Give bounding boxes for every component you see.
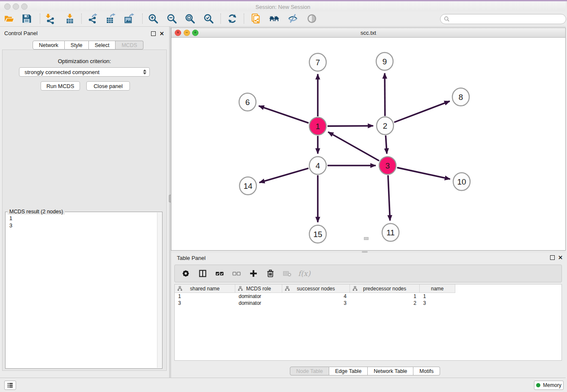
cell-successor-nodes[interactable]: 3 (282, 300, 350, 306)
delete-table-button-disabled[interactable] (282, 268, 292, 279)
column-header-shared-name[interactable]: shared name (175, 284, 235, 293)
refresh-view-button[interactable] (225, 12, 239, 25)
tab-network[interactable]: Network (33, 41, 65, 50)
table-settings-button[interactable] (181, 268, 191, 279)
table-panel-close-button[interactable]: ✕ (558, 255, 563, 260)
tab-style[interactable]: Style (65, 41, 89, 50)
zoom-fit-button[interactable] (183, 12, 197, 25)
open-file-button[interactable] (2, 12, 17, 25)
task-history-button[interactable] (4, 381, 16, 390)
graph-node-7[interactable]: 7 (309, 53, 326, 71)
cell-predecessor-nodes[interactable]: 1 (350, 293, 420, 300)
svg-text:6: 6 (245, 98, 250, 107)
memory-button[interactable]: Memory (534, 381, 564, 390)
column-header-successor-nodes[interactable]: successor nodes (282, 284, 350, 293)
first-neighbors-button[interactable] (267, 12, 281, 25)
memory-label: Memory (543, 382, 561, 388)
zoom-selected-button[interactable] (201, 12, 216, 25)
network-canvas[interactable]: 7968124314101511 (171, 38, 565, 250)
open-folder-icon (4, 13, 15, 24)
hide-selected-button[interactable] (286, 12, 300, 25)
zoom-out-button[interactable] (165, 12, 179, 25)
delete-table-icon (283, 269, 292, 278)
criterion-dropdown[interactable]: strongly connected component (19, 67, 150, 77)
save-icon (21, 13, 32, 24)
cell-predecessor-nodes[interactable]: 2 (350, 300, 420, 306)
graph-node-14[interactable]: 14 (239, 177, 256, 195)
edge-4-14[interactable] (259, 168, 308, 182)
close-panel-button[interactable]: Close panel (86, 81, 130, 91)
cell-name[interactable]: 1 (420, 293, 455, 300)
table-panel-title: Table Panel (177, 255, 206, 261)
svg-text:3: 3 (385, 161, 390, 170)
create-column-button[interactable] (248, 268, 259, 279)
cell-shared-name[interactable]: 3 (175, 300, 235, 306)
table-row[interactable]: 1 dominator 4 1 1 (175, 293, 561, 300)
graph-node-1[interactable]: 1 (309, 117, 326, 135)
graph-node-2[interactable]: 2 (377, 117, 394, 135)
cell-mcds-role[interactable]: dominator (235, 300, 282, 306)
canvas-resize-handle[interactable] (364, 237, 369, 240)
export-table-button[interactable] (103, 12, 118, 25)
edge-3-1[interactable] (328, 132, 379, 161)
column-header-mcds-role[interactable]: MCDS role (235, 284, 282, 293)
edge-3-11[interactable] (388, 175, 390, 221)
table-row[interactable]: 3 dominator 3 2 3 (175, 300, 561, 306)
table-panel-float-button[interactable] (550, 255, 555, 260)
export-image-button[interactable] (122, 12, 136, 25)
edge-3-10[interactable] (397, 168, 450, 179)
network-window-title: scc.txt (171, 30, 565, 36)
deselect-all-rows-button[interactable] (231, 268, 242, 279)
import-network-button[interactable] (42, 12, 57, 25)
delete-column-button[interactable] (265, 268, 275, 279)
new-network-from-selection-button[interactable] (249, 12, 263, 25)
result-scrollbar[interactable] (157, 213, 162, 368)
function-builder-button-disabled[interactable]: f(x) (299, 268, 309, 279)
show-all-button[interactable] (305, 12, 319, 25)
edge-1-2[interactable] (328, 126, 373, 126)
new-network-from-selection-icon (250, 13, 261, 24)
graph-node-15[interactable]: 15 (309, 225, 326, 243)
zoom-out-icon (166, 13, 177, 24)
graph-node-11[interactable]: 11 (382, 224, 399, 241)
export-image-icon (124, 13, 135, 24)
import-table-button[interactable] (63, 12, 77, 25)
graph-node-4[interactable]: 4 (309, 157, 326, 174)
tab-edge-table[interactable]: Edge Table (329, 367, 368, 375)
cell-shared-name[interactable]: 1 (175, 293, 235, 300)
control-panel-float-button[interactable] (151, 31, 156, 36)
graph-node-3[interactable]: 3 (379, 157, 396, 174)
graph-node-6[interactable]: 6 (239, 93, 256, 111)
show-columns-button[interactable] (198, 268, 208, 279)
edge-2-9[interactable] (385, 73, 385, 116)
tab-select[interactable]: Select (89, 41, 116, 50)
graph-node-10[interactable]: 10 (453, 173, 470, 190)
svg-text:15: 15 (313, 230, 322, 239)
edge-1-6[interactable] (259, 106, 308, 123)
graph-node-8[interactable]: 8 (452, 88, 469, 106)
tab-motifs[interactable]: Motifs (413, 367, 440, 375)
edge-2-3[interactable] (385, 135, 387, 154)
column-header-name[interactable]: name (420, 284, 455, 293)
cell-mcds-role[interactable]: dominator (235, 293, 282, 300)
tab-mcds[interactable]: MCDS (116, 41, 143, 50)
search-field[interactable] (440, 14, 566, 24)
export-network-button[interactable] (85, 12, 99, 25)
cell-name[interactable]: 3 (420, 300, 455, 306)
tab-network-table[interactable]: Network Table (368, 367, 413, 375)
network-window: × − + scc.txt 7968124314101511 (171, 28, 566, 251)
cell-successor-nodes[interactable]: 4 (282, 293, 350, 300)
search-input[interactable] (450, 16, 557, 22)
svg-text:9: 9 (383, 57, 387, 66)
graph-node-9[interactable]: 9 (376, 52, 393, 70)
edge-2-8[interactable] (394, 101, 450, 122)
window-titlebar: Session: New Session (0, 1, 566, 11)
run-mcds-button[interactable]: Run MCDS (41, 81, 80, 91)
column-header-predecessor-nodes[interactable]: predecessor nodes (350, 284, 420, 293)
control-panel-title: Control Panel (4, 30, 38, 36)
save-session-button[interactable] (19, 12, 34, 25)
select-all-rows-button[interactable] (215, 268, 225, 279)
tab-node-table[interactable]: Node Table (290, 367, 329, 375)
zoom-in-button[interactable] (146, 12, 160, 25)
control-panel-close-button[interactable]: ✕ (160, 31, 164, 36)
